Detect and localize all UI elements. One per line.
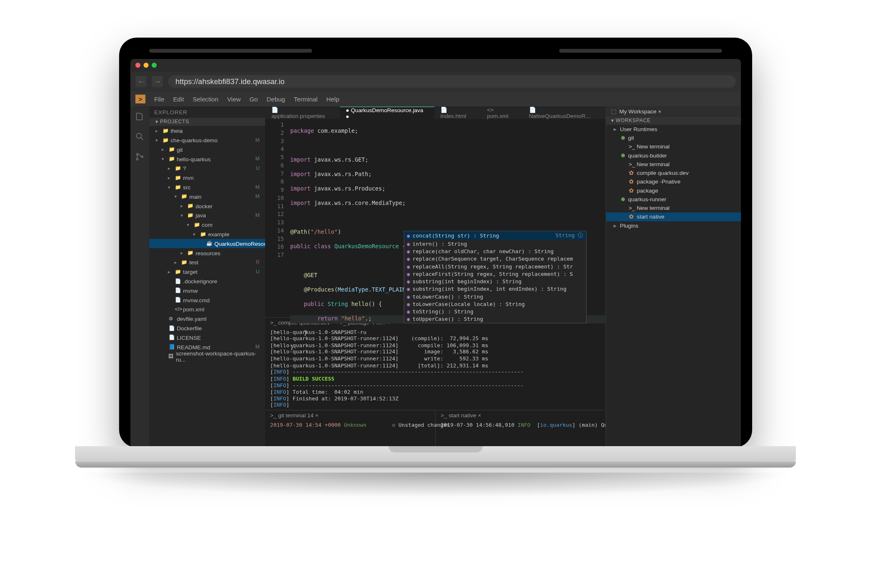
tree-item[interactable]: 📄.dockerignore [149, 276, 265, 286]
completion-item[interactable]: ◉substring(int beginIndex) : String [404, 278, 586, 285]
start-native-output[interactable]: 2019-07-30 14:56:48,910 INFO [io.quarkus… [435, 421, 605, 430]
workspace-panel: ⬚My Workspace × ▾ WORKSPACE ▸User Runtim… [605, 106, 741, 447]
editor-tabs: 📄 application.properties● QuarkusDemoRes… [265, 106, 605, 119]
completion-item[interactable]: ◉replace(CharSequence target, CharSequen… [404, 255, 586, 263]
menu-terminal[interactable]: Terminal [294, 96, 318, 103]
search-icon[interactable] [135, 132, 145, 143]
tree-item[interactable]: ▸📁git [149, 145, 265, 154]
completion-item[interactable]: ◉toLowerCase() : String [404, 293, 586, 300]
workspace-item[interactable]: ✿start native [606, 212, 741, 221]
workspace-item[interactable]: quarkus-runner [606, 195, 741, 204]
tree-item[interactable]: 📄mvnw.cmd [149, 295, 265, 305]
tree-item[interactable]: ▸📁mvn [149, 173, 265, 183]
menu-debug[interactable]: Debug [267, 96, 285, 103]
completion-item[interactable]: ◉concat(String str) : StringString ⓘ [404, 231, 586, 240]
editor-tab[interactable]: 📄 index.html [434, 106, 481, 119]
tree-item[interactable]: ▾📁mainM [149, 192, 265, 201]
tree-item[interactable]: ▾📁example [149, 229, 265, 239]
activity-bar [130, 106, 149, 447]
explorer-section[interactable]: ▾ PROJECTS [149, 118, 265, 126]
completion-item[interactable]: ◉replaceFirst(String regex, String repla… [404, 270, 586, 278]
tree-item[interactable]: ▸📁targetU [149, 267, 265, 277]
completion-item[interactable]: ◉toLowerCase(Locale locale) : String [404, 300, 586, 308]
menu-help[interactable]: Help [326, 96, 339, 103]
editor-gutter: 1234567891011121314151617 [265, 119, 288, 317]
completion-item[interactable]: ◉replace(char oldChar, char newChar) : S… [404, 247, 586, 255]
url-bar[interactable]: https://ahskebfi837.ide.qwasar.io [168, 75, 736, 87]
tree-item[interactable]: </>pom.xml [149, 305, 265, 314]
app-menu-bar: > File Edit Selection View Go Debug Term… [130, 92, 741, 106]
code-completion-popup[interactable]: ◉concat(String str) : StringString ⓘ◉int… [404, 230, 587, 323]
editor-content[interactable]: package com.example; import javax.ws.rs.… [288, 119, 606, 317]
svg-point-1 [136, 153, 138, 155]
tree-item[interactable]: ▸📁theia [149, 126, 265, 136]
tree-item[interactable]: ▾📁javaM [149, 211, 265, 220]
tree-item[interactable]: 📄mvnw [149, 286, 265, 295]
workspace-item[interactable]: ✿package -Pnative [606, 177, 741, 186]
workspace-item[interactable]: quarkus-builder [606, 151, 741, 160]
menu-view[interactable]: View [227, 96, 241, 103]
completion-item[interactable]: ◉toString() : String [404, 308, 586, 315]
laptop-base [119, 446, 752, 498]
browser-navbar: ← → https://ahskebfi837.ide.qwasar.io [130, 71, 741, 92]
svg-point-3 [141, 156, 143, 158]
tree-item[interactable]: 📄LICENSE [149, 333, 265, 342]
laptop-speaker-grilles [130, 49, 741, 59]
nav-forward[interactable]: → [152, 76, 163, 87]
editor-tab[interactable]: 📄 NativeQuarkusDemoR… [522, 106, 605, 119]
terminal-tab-git[interactable]: >_ git terminal 14 × [270, 412, 318, 419]
tree-item[interactable]: ▾📁srcM [149, 182, 265, 192]
workspace-title[interactable]: ⬚My Workspace × [606, 106, 741, 116]
minimize-dot[interactable] [144, 63, 148, 68]
editor-tab[interactable]: 📄 application.properties [265, 106, 339, 119]
files-icon[interactable] [135, 112, 145, 123]
menu-go[interactable]: Go [249, 96, 258, 103]
tree-item[interactable]: ▸📁docker [149, 201, 265, 211]
menu-file[interactable]: File [154, 96, 165, 103]
nav-back[interactable]: ← [135, 76, 146, 87]
completion-item[interactable]: ◉intern() : String [404, 240, 586, 247]
workspace-item[interactable]: ▸Plugins [606, 221, 741, 230]
terminal-tab-start-native[interactable]: >_ start native × [441, 412, 481, 419]
tree-item[interactable]: ▸📁?U [149, 164, 265, 173]
tree-item[interactable]: ▾📁hello-quarkusM [149, 154, 265, 164]
workspace-item[interactable]: >_ New terminal [606, 204, 741, 212]
svg-point-0 [136, 133, 141, 138]
scm-icon[interactable] [135, 152, 145, 163]
tree-item[interactable]: 🖼screenshot-workspace-quarkus-ru... [149, 352, 265, 361]
workspace-item[interactable]: >_ New terminal [606, 160, 741, 169]
tree-item[interactable]: ☕QuarkusDemoResource.java [149, 239, 265, 248]
tree-item[interactable]: ⚙devfile.yaml [149, 314, 265, 324]
git-terminal-output[interactable]: 2019-07-30 14:54 +0000 Unknown o Unstage… [265, 421, 435, 430]
editor-tab[interactable]: <> pom.xml [481, 106, 523, 119]
menu-edit[interactable]: Edit [173, 96, 184, 103]
editor-tab[interactable]: ● QuarkusDemoResource.java ● [339, 106, 434, 119]
menu-selection[interactable]: Selection [193, 96, 219, 103]
tree-item[interactable]: 📄Dockerfile [149, 323, 265, 333]
window-titlebar [130, 59, 741, 71]
workspace-item[interactable]: ✿package [606, 186, 741, 195]
workspace-item[interactable]: ✿compile quarkus:dev [606, 169, 741, 177]
tree-item[interactable]: ▸📁resources [149, 248, 265, 258]
explorer-title: EXPLORER [149, 106, 265, 118]
home-icon[interactable]: > [135, 95, 145, 103]
svg-point-2 [136, 158, 138, 160]
workspace-item[interactable]: ▸User Runtimes [606, 125, 741, 133]
completion-item[interactable]: ◉replaceAll(String regex, String replace… [404, 263, 586, 270]
explorer-pane: EXPLORER ▾ PROJECTS ▸📁theia▾📁che-quarkus… [149, 106, 265, 447]
tree-item[interactable]: ▸📁testR [149, 258, 265, 267]
fullscreen-dot[interactable] [152, 63, 157, 68]
tree-item[interactable]: ▾📁com [149, 220, 265, 230]
workspace-item[interactable]: git [606, 134, 741, 142]
completion-item[interactable]: ◉toUpperCase() : String [404, 315, 586, 323]
workspace-section[interactable]: ▾ WORKSPACE [606, 117, 741, 125]
tree-item[interactable]: ▾📁che-quarkus-demoM [149, 135, 265, 145]
close-dot[interactable] [135, 63, 140, 68]
completion-item[interactable]: ◉substring(int beginIndex, int endIndex)… [404, 285, 586, 293]
laptop-screen: ← → https://ahskebfi837.ide.qwasar.io > … [130, 59, 741, 447]
workspace-item[interactable]: >_ New terminal [606, 142, 741, 151]
